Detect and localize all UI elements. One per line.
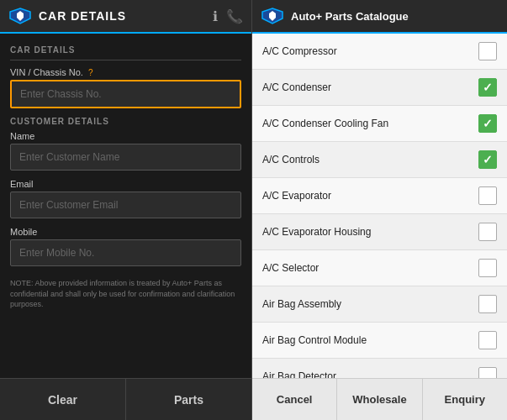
catalogue-item-name: A/C Controls <box>262 154 478 165</box>
section-divider <box>10 60 241 60</box>
right-header-title: Auto+ Parts Catalogue <box>291 10 409 23</box>
phone-icon[interactable]: 📞 <box>226 8 243 24</box>
clear-button[interactable]: Clear <box>0 379 126 420</box>
catalogue-item-name: A/C Condenser Cooling Fan <box>262 118 478 129</box>
vin-input[interactable] <box>10 80 241 108</box>
catalogue-checkbox[interactable] <box>478 295 497 313</box>
wholesale-button[interactable]: Wholesale <box>337 379 422 420</box>
catalogue-item[interactable]: A/C Compressor <box>252 34 507 70</box>
catalogue-checkbox[interactable]: ✓ <box>478 78 497 97</box>
email-input[interactable] <box>10 192 241 218</box>
catalogue-item-name: Air Bag Control Module <box>262 334 478 346</box>
cancel-button[interactable]: Cancel <box>252 379 337 420</box>
mobile-input[interactable] <box>10 239 241 266</box>
catalogue-item-name: A/C Selector <box>262 262 478 274</box>
header-icons: ℹ 📞 <box>213 8 243 24</box>
catalogue-item[interactable]: A/C Condenser✓ <box>252 70 507 106</box>
catalogue-checkbox[interactable]: ✓ <box>478 150 497 169</box>
checkmark-icon: ✓ <box>483 117 493 130</box>
catalogue-checkbox[interactable] <box>478 331 497 349</box>
right-header: Auto+ Parts Catalogue <box>252 0 507 34</box>
left-header: CAR DETAILS ℹ 📞 <box>0 0 251 34</box>
catalogue-item[interactable]: A/C Controls✓ <box>252 142 507 178</box>
vin-field-group: VIN / Chassis No. ? <box>10 67 241 108</box>
catalogue-item[interactable]: A/C Condenser Cooling Fan✓ <box>252 106 507 142</box>
catalogue-item[interactable]: Air Bag Control Module <box>252 323 507 359</box>
left-header-title: CAR DETAILS <box>39 9 206 23</box>
catalogue-item-name: A/C Compressor <box>262 45 478 57</box>
right-bottom-buttons: Cancel Wholesale Enquiry <box>252 378 507 420</box>
name-label: Name <box>10 131 241 141</box>
car-details-section-label: CAR DETAILS <box>10 45 241 55</box>
name-field-group: Name <box>10 131 241 171</box>
catalogue-item[interactable]: Air Bag Assembly <box>252 286 507 323</box>
vin-label: VIN / Chassis No. ? <box>10 67 241 77</box>
right-logo-icon <box>261 7 284 25</box>
mobile-field-group: Mobile <box>10 227 241 266</box>
catalogue-item-name: Air Bag Assembly <box>262 298 478 310</box>
catalogue-item[interactable]: A/C Selector <box>252 250 507 286</box>
checkmark-icon: ✓ <box>483 153 493 166</box>
email-field-group: Email <box>10 179 241 218</box>
email-label: Email <box>10 179 241 189</box>
catalogue-item-name: Air Bag Detector <box>262 370 478 378</box>
catalogue-item-name: A/C Evaporator <box>262 190 478 202</box>
left-content: CAR DETAILS VIN / Chassis No. ? CUSTOMER… <box>0 34 251 378</box>
info-icon[interactable]: ℹ <box>213 8 218 24</box>
customer-details-section-label: CUSTOMER DETAILS <box>10 117 241 126</box>
catalogue-item[interactable]: A/C Evaporator Housing <box>252 214 507 250</box>
catalogue-checkbox[interactable] <box>478 42 497 60</box>
parts-button[interactable]: Parts <box>126 379 251 420</box>
mobile-label: Mobile <box>10 227 241 237</box>
name-input[interactable] <box>10 144 241 171</box>
privacy-note: NOTE: Above provided information is trea… <box>10 275 241 313</box>
catalogue-checkbox[interactable] <box>478 259 497 277</box>
catalogue-item-name: A/C Evaporator Housing <box>262 226 478 238</box>
logo-icon <box>8 7 32 25</box>
vin-help-icon[interactable]: ? <box>88 68 93 77</box>
catalogue-checkbox[interactable] <box>478 367 497 378</box>
catalogue-item-name: A/C Condenser <box>262 81 478 93</box>
catalogue-item[interactable]: A/C Evaporator <box>252 178 507 214</box>
catalogue-checkbox[interactable]: ✓ <box>478 114 497 133</box>
right-panel: Auto+ Parts Catalogue A/C CompressorA/C … <box>252 0 507 420</box>
left-bottom-buttons: Clear Parts <box>0 378 251 420</box>
catalogue-list: A/C CompressorA/C Condenser✓A/C Condense… <box>252 34 507 378</box>
catalogue-item[interactable]: Air Bag Detector <box>252 359 507 378</box>
checkmark-icon: ✓ <box>483 81 493 94</box>
enquiry-button[interactable]: Enquiry <box>423 379 507 420</box>
left-panel: CAR DETAILS ℹ 📞 CAR DETAILS VIN / Chassi… <box>0 0 252 420</box>
catalogue-checkbox[interactable] <box>478 223 497 241</box>
catalogue-checkbox[interactable] <box>478 186 497 205</box>
